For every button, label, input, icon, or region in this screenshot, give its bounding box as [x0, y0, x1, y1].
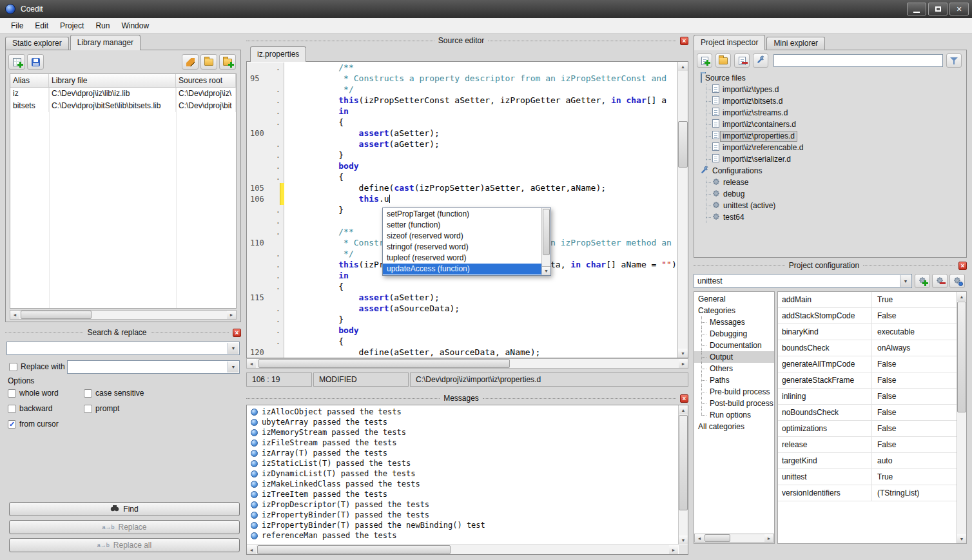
- scroll-right-button[interactable]: ►: [679, 359, 688, 368]
- property-value[interactable]: False: [872, 421, 957, 436]
- gutter-cell[interactable]: .: [247, 139, 284, 150]
- tree-item[interactable]: release: [706, 177, 962, 188]
- search-term-combobox[interactable]: ▼: [6, 342, 240, 355]
- code-line[interactable]: . body: [247, 161, 677, 172]
- tree-item[interactable]: import\iz\serializer.d: [706, 153, 962, 165]
- tree-item[interactable]: debug: [706, 188, 962, 200]
- checkbox-from-cursor[interactable]: ✓from cursor: [8, 420, 84, 429]
- scroll-thumb[interactable]: [543, 209, 550, 255]
- menu-edit[interactable]: Edit: [29, 19, 54, 33]
- scroll-thumb[interactable]: [258, 359, 510, 368]
- scroll-up-button[interactable]: ▲: [679, 405, 688, 414]
- checkbox-whole-word[interactable]: whole word: [8, 389, 84, 398]
- gutter-cell[interactable]: .: [247, 150, 284, 161]
- add-source-button[interactable]: [697, 53, 712, 68]
- completion-item[interactable]: sizeof (reserved word): [383, 231, 541, 242]
- completion-item[interactable]: stringof (reserved word): [383, 242, 541, 253]
- gutter-cell[interactable]: 100: [247, 128, 284, 139]
- maximize-button[interactable]: [928, 3, 948, 15]
- tree-item[interactable]: import\iz\containers.d: [706, 119, 962, 130]
- gutter-cell[interactable]: .: [247, 172, 284, 183]
- tree-item[interactable]: import\iz\types.d: [706, 84, 962, 95]
- message-row[interactable]: izDynamicList(T) passed the tests: [248, 468, 677, 479]
- gutter-cell[interactable]: .: [247, 205, 284, 216]
- category-run-options[interactable]: Run options: [694, 409, 774, 421]
- tree-item[interactable]: import\iz\streams.d: [706, 107, 962, 119]
- scroll-down-button[interactable]: ▼: [678, 349, 688, 358]
- library-horizontal-scrollbar[interactable]: ◄ ►: [10, 310, 237, 320]
- properties-vertical-scrollbar[interactable]: ▲ ▼: [957, 292, 966, 543]
- property-value[interactable]: (TStringList): [872, 485, 957, 501]
- replace-button[interactable]: a→b Replace: [9, 520, 240, 534]
- property-value[interactable]: True: [872, 292, 957, 307]
- close-panel-button[interactable]: ×: [680, 394, 688, 403]
- filter-button[interactable]: [946, 53, 962, 68]
- gutter-cell[interactable]: 110: [247, 238, 284, 249]
- property-value[interactable]: onAlways: [872, 340, 957, 356]
- tree-item[interactable]: unittest (active): [706, 200, 962, 211]
- code-line[interactable]: 106 this.u: [247, 194, 677, 205]
- scroll-track[interactable]: [256, 359, 679, 368]
- tree-item[interactable]: test64: [706, 211, 962, 223]
- gutter-cell[interactable]: .: [247, 282, 284, 293]
- message-row[interactable]: izMemoryStream passed the tests: [248, 427, 677, 438]
- gutter-cell[interactable]: .: [247, 84, 284, 95]
- property-value[interactable]: auto: [872, 453, 957, 468]
- completion-scrollbar[interactable]: ▼: [541, 208, 550, 275]
- close-panel-button[interactable]: ×: [958, 262, 967, 270]
- code-line[interactable]: 105 define(cast(izPropSetter)aSetter, aG…: [247, 183, 677, 194]
- categories-horizontal-scrollbar[interactable]: ◄ ►: [694, 534, 774, 543]
- completion-item[interactable]: setPropTarget (function): [383, 209, 541, 220]
- chevron-down-icon[interactable]: ▼: [228, 343, 238, 354]
- gutter-cell[interactable]: .: [247, 314, 284, 325]
- property-value[interactable]: False: [872, 405, 957, 420]
- replace-term-combobox[interactable]: ▼: [67, 360, 240, 374]
- message-row[interactable]: izPropDescriptor(T) passed the tests: [248, 499, 677, 510]
- scroll-up-button[interactable]: ▲: [957, 292, 966, 301]
- gutter-cell[interactable]: .: [247, 304, 284, 314]
- scroll-track[interactable]: [704, 534, 764, 542]
- category-others[interactable]: Others: [694, 363, 774, 374]
- message-row[interactable]: izArray(T) passed the tests: [248, 448, 677, 458]
- code-line[interactable]: . */: [247, 84, 677, 95]
- replace-all-button[interactable]: a→b Replace all: [9, 538, 240, 552]
- lib-save-button[interactable]: [27, 54, 44, 70]
- scroll-left-button[interactable]: ◄: [247, 359, 256, 368]
- scroll-down-button[interactable]: ▼: [542, 266, 550, 275]
- gutter-cell[interactable]: .: [247, 117, 284, 128]
- close-button[interactable]: ×: [949, 3, 969, 15]
- code-line[interactable]: . }: [247, 314, 677, 325]
- message-row[interactable]: izPropertyBinder(T) passed the tests: [248, 510, 677, 520]
- checkbox-replace-with[interactable]: Replace with: [9, 362, 67, 371]
- category-documentation[interactable]: Documentation: [694, 340, 774, 351]
- tree-item[interactable]: import\iz\bitsets.d: [706, 95, 962, 107]
- code-line[interactable]: . {: [247, 117, 677, 128]
- completion-item[interactable]: tupleof (reserved word): [383, 253, 541, 264]
- scroll-track[interactable]: [19, 311, 227, 319]
- category-general[interactable]: General: [694, 293, 774, 305]
- lib-add-folder-button[interactable]: [219, 54, 236, 70]
- gutter-cell[interactable]: .: [247, 227, 284, 238]
- scroll-left-button[interactable]: ◄: [695, 534, 704, 542]
- tree-item[interactable]: import\iz\referencable.d: [706, 142, 962, 153]
- code-line[interactable]: . assert(aSourceData);: [247, 304, 677, 314]
- gutter-cell[interactable]: 105: [247, 183, 284, 194]
- message-row[interactable]: izStaticList(T) passed the tests: [248, 458, 677, 468]
- editor-horizontal-scrollbar[interactable]: ◄ ►: [246, 358, 688, 369]
- tree-item[interactable]: import\iz\properties.d: [706, 130, 962, 142]
- message-row[interactable]: referenceMan passed the tests: [248, 530, 677, 541]
- property-value[interactable]: executable: [872, 324, 957, 340]
- gutter-cell[interactable]: .: [247, 249, 284, 260]
- tab-project-inspector[interactable]: Project inspector: [694, 35, 765, 50]
- property-value[interactable]: False: [872, 356, 957, 372]
- scroll-track[interactable]: [256, 545, 669, 554]
- completion-item[interactable]: setter (function): [383, 220, 541, 231]
- gutter-cell[interactable]: 95: [247, 73, 284, 84]
- scroll-right-button[interactable]: ►: [227, 311, 236, 319]
- gutter-cell[interactable]: 106: [247, 194, 284, 205]
- message-row[interactable]: izFileStream passed the tests: [248, 438, 677, 448]
- code-line[interactable]: 95 * Constructs a property descriptor fr…: [247, 73, 677, 84]
- gutter-cell[interactable]: .: [247, 325, 284, 336]
- message-row[interactable]: izMakeLinkedClass passed the tests: [248, 479, 677, 489]
- checkbox-backward[interactable]: backward: [8, 404, 84, 413]
